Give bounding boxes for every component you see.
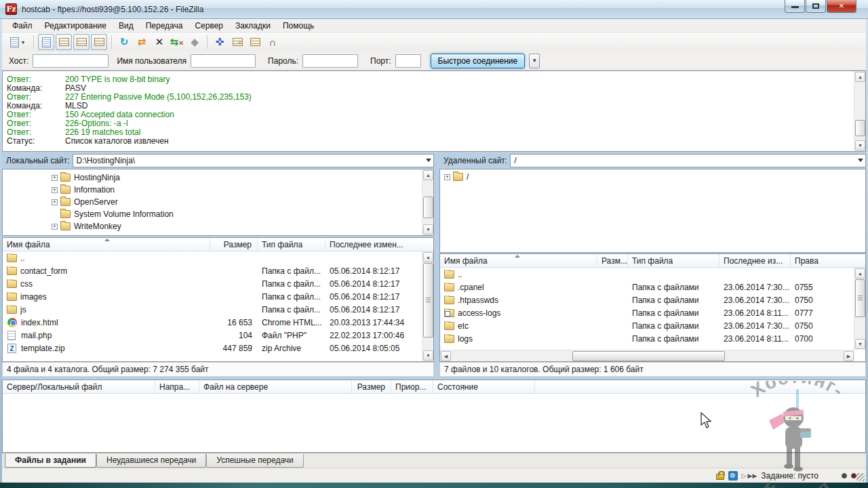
scroll-up-icon[interactable]: ▲	[855, 72, 865, 82]
local-file-list[interactable]: Имя файла Размер Тип файла Последнее изм…	[2, 237, 434, 362]
toggle-queue-button[interactable]	[91, 34, 107, 50]
file-row[interactable]: .htpasswdsПапка с файлами23.06.2014 7:30…	[440, 293, 855, 306]
filter-button[interactable]: ✜	[212, 34, 228, 50]
file-row[interactable]: cssПапка с файл...05.06.2014 8:12:17	[3, 277, 423, 290]
remote-list-scrollbar[interactable]: ▲ ▼	[854, 268, 865, 350]
menu-transfer[interactable]: Передача	[140, 20, 189, 32]
tree-item[interactable]: +HostingNinja	[3, 171, 433, 184]
message-log[interactable]: Ответ:200 TYPE is now 8-bit binary Коман…	[2, 70, 866, 152]
port-input[interactable]	[395, 54, 421, 68]
toggle-processing-button[interactable]: ⇄	[134, 34, 150, 50]
tree-item[interactable]: + /	[440, 169, 865, 182]
comparison-button[interactable]	[247, 34, 263, 50]
file-row[interactable]: ..	[440, 268, 855, 281]
local-list-scrollbar[interactable]: ▲ ▼	[422, 251, 433, 361]
column-header-modified[interactable]: Последнее измен...	[326, 238, 422, 251]
remote-file-list[interactable]: Имя файла Разм... Тип файла Последнее из…	[439, 253, 866, 362]
transfer-queue[interactable]: Сервер/Локальный файл Напра... Файл на с…	[2, 380, 866, 453]
tree-item[interactable]: +Information	[3, 184, 433, 196]
cancel-button[interactable]: ✕	[151, 34, 167, 50]
column-header-size[interactable]: Размер	[352, 380, 391, 394]
tab-successful-transfers[interactable]: Успешные передачи	[206, 454, 304, 468]
search-button[interactable]: ⌕	[229, 34, 245, 50]
scroll-down-icon[interactable]: ▼	[855, 339, 865, 349]
expand-icon[interactable]: +	[52, 175, 58, 181]
chevron-down-icon[interactable]	[426, 159, 431, 162]
file-row[interactable]: contact_formПапка с файл...05.06.2014 8:…	[3, 264, 423, 277]
sync-browsing-button[interactable]: ∩	[264, 34, 281, 50]
host-input[interactable]	[33, 54, 108, 68]
file-row[interactable]: .cpanelПапка с файлами23.06.2014 7:30...…	[440, 281, 855, 293]
tree-item[interactable]: System Volume Information	[3, 208, 433, 220]
column-header-type[interactable]: Тип файла	[258, 238, 326, 251]
close-button[interactable]: ✕	[827, 0, 856, 13]
file-row[interactable]: ..	[3, 251, 423, 264]
title-bar[interactable]: Fz hostcab - ftpes://hosti939@5.100.152.…	[0, 0, 868, 19]
file-row[interactable]: imagesПапка с файл...05.06.2014 8:12:17	[3, 290, 423, 303]
menu-help[interactable]: Помощь	[277, 20, 320, 32]
disconnect-button[interactable]: ⇆✕	[169, 34, 185, 50]
expand-icon[interactable]: +	[444, 174, 450, 180]
scroll-thumb[interactable]	[423, 197, 433, 218]
local-tree-scrollbar[interactable]: ▲ ▼	[422, 169, 433, 235]
toggle-local-tree-button[interactable]	[56, 34, 72, 50]
local-path-combo[interactable]: D:\HostingNinja\	[73, 154, 435, 167]
column-header-priority[interactable]: Приор...	[391, 380, 433, 394]
tree-item[interactable]: +WriteMonkey	[3, 220, 433, 232]
gear-icon[interactable]: ⚙	[728, 471, 738, 481]
quickconnect-button[interactable]: Быстрое соединение	[431, 54, 526, 68]
scroll-up-icon[interactable]: ▲	[855, 268, 865, 279]
toggle-log-button[interactable]	[38, 34, 54, 50]
file-row[interactable]: logsПапка с файлами23.06.2014 8:11...070…	[440, 332, 855, 345]
expand-icon[interactable]: +	[52, 187, 58, 193]
scroll-left-icon[interactable]: ◀	[441, 351, 451, 361]
file-row[interactable]: mail.php104Файл "PHP"22.02.2013 17:00:46	[3, 329, 423, 342]
scroll-down-icon[interactable]: ▼	[423, 224, 433, 235]
scroll-thumb[interactable]	[855, 120, 865, 136]
column-header-status[interactable]: Состояние	[433, 380, 535, 394]
resize-grip[interactable]	[856, 473, 865, 481]
file-row[interactable]: etcПапка с файлами23.06.2014 7:30...0750	[440, 319, 855, 332]
column-header-size[interactable]: Размер	[210, 238, 258, 251]
tab-queued-files[interactable]: Файлы в задании	[5, 454, 96, 468]
tree-item[interactable]: +OpenServer	[3, 196, 433, 208]
username-input[interactable]	[191, 54, 256, 68]
local-tree-panel[interactable]: +HostingNinja +Information +OpenServer S…	[2, 169, 434, 236]
maximize-button[interactable]	[806, 0, 826, 13]
scroll-up-icon[interactable]: ▲	[423, 252, 433, 262]
menu-bookmarks[interactable]: Закладки	[229, 20, 277, 32]
toggle-remote-tree-button[interactable]	[73, 34, 90, 50]
column-header-remote-file[interactable]: Файл на сервере	[199, 380, 352, 394]
refresh-button[interactable]: ↻	[116, 34, 132, 50]
remote-list-hscrollbar[interactable]: ◀ ▶	[440, 350, 854, 361]
log-scrollbar[interactable]: ▲ ▼	[854, 71, 865, 151]
scroll-thumb[interactable]	[855, 279, 865, 317]
column-header-perms[interactable]: Права	[791, 254, 854, 268]
scroll-right-icon[interactable]: ▶	[844, 351, 854, 361]
scroll-down-icon[interactable]: ▼	[423, 350, 433, 361]
quickconnect-dropdown[interactable]: ▼	[529, 54, 540, 68]
column-header-direction[interactable]: Напра...	[155, 380, 199, 394]
password-input[interactable]	[302, 54, 358, 68]
file-row[interactable]: access-logsПапка с файлами23.06.2014 8:1…	[440, 306, 855, 319]
minimize-button[interactable]	[785, 0, 805, 13]
file-row[interactable]: index.html16 653Chrome HTML...20.03.2013…	[3, 316, 423, 329]
scroll-thumb[interactable]	[572, 351, 725, 361]
chevron-down-icon[interactable]	[858, 159, 863, 162]
reconnect-button[interactable]: ◆	[186, 34, 203, 50]
menu-file[interactable]: Файл	[6, 20, 39, 32]
column-header-server-local[interactable]: Сервер/Локальный файл	[3, 380, 155, 394]
scroll-up-icon[interactable]: ▲	[423, 170, 433, 180]
column-header-size[interactable]: Разм...	[597, 254, 628, 268]
tab-failed-transfers[interactable]: Неудавшиеся передачи	[96, 454, 206, 468]
remote-tree-panel[interactable]: + /	[439, 169, 866, 253]
column-header-modified[interactable]: Последнее из...	[719, 254, 791, 268]
column-header-type[interactable]: Тип файла	[628, 254, 719, 268]
expand-icon[interactable]: +	[52, 199, 58, 205]
menu-view[interactable]: Вид	[113, 20, 140, 32]
file-row[interactable]: jsПапка с файл...05.06.2014 8:12:17	[3, 303, 423, 316]
site-manager-button[interactable]: ▼	[6, 34, 29, 50]
menu-edit[interactable]: Редактирование	[39, 20, 113, 32]
menu-server[interactable]: Сервер	[189, 20, 229, 32]
scroll-down-icon[interactable]: ▼	[855, 140, 865, 150]
